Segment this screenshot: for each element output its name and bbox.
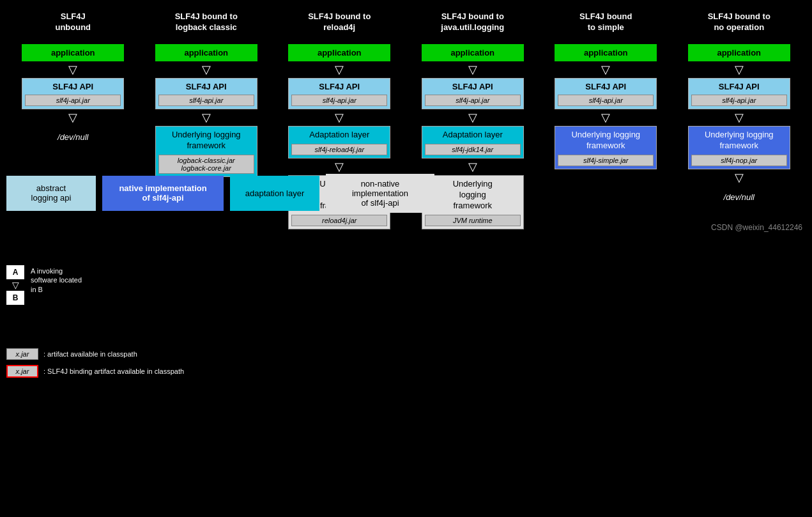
col6-arrow2: ▽: [735, 112, 744, 123]
col5-api-label: SLF4J API: [555, 79, 656, 93]
col3-adapt-box: Adaptation layer slf4j-reload4j.jar: [288, 126, 390, 158]
col3-adapt-jar: slf4j-reload4j.jar: [291, 144, 387, 155]
col4-api-jar: slf4j-api.jar: [425, 95, 521, 106]
col4-title: SLF4J bound to java.util.logging: [409, 9, 537, 44]
col-nop: SLF4J bound to no operation application …: [673, 6, 806, 232]
col5-arrow1: ▽: [601, 64, 610, 75]
col6-api-box: SLF4J API slf4j-api.jar: [688, 78, 790, 109]
col4-api-box: SLF4J API slf4j-api.jar: [422, 78, 524, 109]
legend-jar-row2: x.jar : SLF4J binding artifact available…: [6, 365, 184, 378]
col2-fw-label: Underlying loggingframework: [156, 127, 257, 153]
col6-fw-label: Underlying logging framework: [689, 127, 790, 153]
bottom-abstract-box: abstract logging api: [6, 176, 96, 211]
col2-fw-box: Underlying loggingframework logback-clas…: [155, 126, 257, 177]
col5-api-jar: slf4j-api.jar: [558, 95, 654, 106]
legend-area: A ▽ B A invokingsoftware locatedin B: [6, 265, 82, 305]
col3-title: SLF4J bound to reload4j: [275, 9, 404, 44]
col6-title: SLF4J bound to no operation: [675, 9, 804, 44]
col3-fw-jar: reload4j.jar: [291, 215, 387, 226]
col-simple: SLF4J bound to simple application ▽ SLF4…: [539, 6, 673, 232]
col2-arrow1: ▽: [202, 64, 211, 75]
col2-app: application: [155, 44, 257, 61]
col1-api-box: SLF4J API slf4j-api.jar: [22, 78, 124, 109]
col5-title: SLF4J bound to simple: [542, 9, 670, 44]
col1-api-label: SLF4J API: [22, 79, 123, 93]
col1-api-jar: slf4j-api.jar: [25, 95, 121, 106]
col6-api-jar: slf4j-api.jar: [691, 95, 787, 106]
col2-api-jar: slf4j-api.jar: [158, 95, 254, 106]
col5-fw-jar: slf4j-simple.jar: [558, 155, 654, 166]
col6-arrow3: ▽: [735, 172, 744, 183]
legend-box-a: A: [6, 265, 24, 279]
col6-app: application: [688, 44, 790, 61]
csdn-watermark: CSDN @weixin_44612246: [711, 223, 802, 232]
col3-api-label: SLF4J API: [289, 79, 390, 93]
col4-arrow1: ▽: [468, 64, 477, 75]
col5-app: application: [555, 44, 657, 61]
col3-api-box: SLF4J API slf4j-api.jar: [288, 78, 390, 109]
col6-devnull: /dev/null: [724, 192, 755, 202]
col5-api-box: SLF4J API slf4j-api.jar: [555, 78, 657, 109]
col1-devnull: /dev/null: [57, 132, 88, 142]
col6-api-label: SLF4J API: [689, 79, 790, 93]
col4-adapt-box: Adaptation layer slf4j-jdk14.jar: [422, 126, 524, 158]
col4-arrow2: ▽: [468, 112, 477, 123]
col1-title: SLF4J unbound: [9, 9, 137, 44]
col2-api-box: SLF4J API slf4j-api.jar: [155, 78, 257, 109]
col3-arrow2: ▽: [335, 112, 344, 123]
legend-box-b: B: [6, 291, 24, 305]
legend-jar-box: x.jar: [6, 348, 38, 360]
col4-app: application: [422, 44, 524, 61]
col1-app: application: [22, 44, 124, 61]
bottom-native-label: native implementation of slf4j-api: [119, 183, 206, 203]
col4-arrow3: ▽: [468, 161, 477, 173]
col4-fw-label: Underlyingloggingframework: [422, 176, 523, 213]
legend-jar-area: x.jar : artifact available in classpath …: [6, 348, 184, 378]
col2-api-label: SLF4J API: [156, 79, 257, 93]
bottom-adaptation-box: adaptation layer: [230, 176, 319, 211]
legend-jar-row1: x.jar : artifact available in classpath: [6, 348, 184, 360]
col2-title: SLF4J bound to logback classic: [142, 9, 271, 44]
col3-arrow1: ▽: [335, 64, 344, 75]
col1-arrow1: ▽: [68, 64, 77, 75]
legend-jar-box-red: x.jar: [6, 365, 38, 378]
main-container: SLF4J unbound application ▽ SLF4J API sl…: [0, 0, 812, 238]
col4-adapt-label: Adaptation layer: [422, 127, 523, 142]
col5-fw-label: Underlying logging framework: [555, 127, 656, 153]
bottom-adaptation: adaptation layer: [230, 174, 319, 213]
col4-adapt-jar: slf4j-jdk14.jar: [425, 144, 521, 155]
col2-fw-jar: logback-classic.jarlogback-core.jar: [158, 155, 254, 174]
legend-jar-desc: : artifact available in classpath: [43, 350, 137, 358]
col6-fw-box: Underlying logging framework slf4j-nop.j…: [688, 126, 790, 169]
bottom-non-native: non-native implementation of slf4j-api: [326, 174, 434, 213]
bottom-native: native implementation of slf4j-api: [102, 174, 224, 213]
col3-adapt-label: Adaptation layer: [289, 127, 390, 142]
col2-arrow2: ▽: [202, 112, 211, 123]
col5-arrow2: ▽: [601, 112, 610, 123]
col6-fw-jar: slf4j-nop.jar: [691, 155, 787, 166]
col4-fw-box: Underlyingloggingframework JVM runtime: [422, 175, 524, 229]
col1-arrow2: ▽: [68, 112, 77, 123]
bottom-abstract: abstract logging api: [6, 174, 96, 213]
legend-invoke: A ▽ B A invokingsoftware locatedin B: [6, 265, 82, 305]
col4-api-label: SLF4J API: [422, 79, 523, 93]
bottom-abstract-label: abstract logging api: [31, 183, 72, 203]
col3-arrow3: ▽: [335, 161, 344, 173]
col6-arrow1: ▽: [735, 64, 744, 75]
legend-jar-red-desc: : SLF4J binding artifact available in cl…: [43, 367, 184, 375]
col5-fw-box: Underlying logging framework slf4j-simpl…: [555, 126, 657, 169]
bottom-legend: abstract logging api native implementati…: [6, 174, 434, 213]
bottom-non-native-label: non-native implementation of slf4j-api: [352, 179, 408, 208]
bottom-native-box: native implementation of slf4j-api: [102, 176, 224, 211]
col4-fw-jar: JVM runtime: [425, 215, 521, 226]
col3-app: application: [288, 44, 390, 61]
legend-invoke-text: A invokingsoftware locatedin B: [31, 266, 82, 294]
bottom-adaptation-label: adaptation layer: [245, 189, 305, 198]
col3-api-jar: slf4j-api.jar: [291, 95, 387, 106]
bottom-non-native-box: non-native implementation of slf4j-api: [326, 174, 434, 213]
